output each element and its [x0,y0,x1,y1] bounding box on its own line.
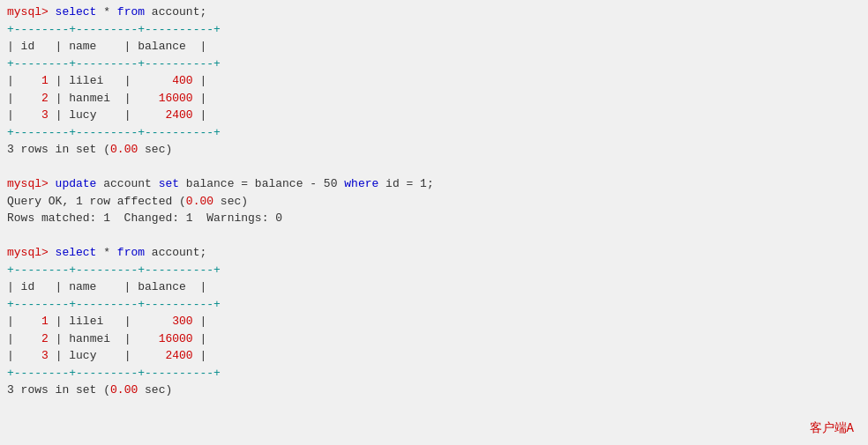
where-text: id = 1; [378,177,433,190]
rows-matched: Rows matched: 1 Changed: 1 Warnings: 0 [7,210,861,227]
table-header-1: | id | name | balance | [7,38,861,56]
empty-1 [7,159,861,176]
update-text: account [96,177,158,190]
table-row-2-2: | 2 | hanmei | 16000 | [7,330,861,348]
table-row-1-1: | 1 | lilei | 400 | [7,72,861,90]
kw-set: set [159,177,179,190]
table-border-top-2: +--------+---------+----------+ [7,262,861,279]
table-row-1-3: | 3 | lucy | 2400 | [7,107,861,124]
command-line-update: mysql> update account set balance = bala… [7,175,861,193]
table-border-bot-2: +--------+---------+----------+ [7,365,861,382]
empty-2 [7,227,861,245]
command-line-2: mysql> select * from account; [7,244,861,262]
query-ok: Query OK, 1 row affected (0.00 sec) [7,193,861,211]
prompt-3: mysql> [7,246,56,259]
prompt-1: mysql> [7,5,56,19]
table-border-top-1: +--------+---------+----------+ [7,21,861,39]
kw-from-2: from [117,246,145,259]
result-2: 3 rows in set (0.00 sec) [7,382,861,399]
star-2: * [96,246,116,259]
command-line-1: mysql> select * from account; [7,4,861,21]
result-1: 3 rows in set (0.00 sec) [7,141,861,159]
set-text: balance = balance - 50 [179,177,344,190]
terminal: mysql> select * from account; +--------+… [7,4,861,399]
star-1: * [96,5,116,19]
table-2: account; [145,246,206,259]
table-row-2-3: | 3 | lucy | 2400 | [7,347,861,365]
table-row-1-2: | 2 | hanmei | 16000 | [7,90,861,108]
kw-where: where [344,177,378,190]
table-border-mid-2: +--------+---------+----------+ [7,296,861,314]
kw-select-2: select [56,246,97,259]
kw-update: update [56,177,97,190]
table-border-mid-1: +--------+---------+----------+ [7,56,861,73]
prompt-2: mysql> [7,177,56,190]
client-label: 客户端A [810,420,854,436]
table-1: account; [145,5,206,19]
table-border-bot-1: +--------+---------+----------+ [7,124,861,142]
kw-select-1: select [56,5,97,19]
table-header-2: | id | name | balance | [7,278,861,296]
table-row-2-1: | 1 | lilei | 300 | [7,313,861,330]
kw-from-1: from [117,5,145,19]
